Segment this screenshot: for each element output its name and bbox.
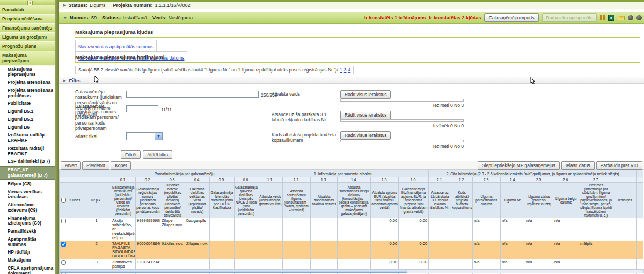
sidebar-item-esf-dal-bnieki-b-7[interactable]: ESF dalībnieki (B 7) <box>0 158 55 166</box>
warning-ref-link-1[interactable]: 1 <box>340 67 342 73</box>
sidebar-item-eraf-kf-galasa-m-ji-b-7[interactable]: ERAF_KF galasaņēmēji (B 7) <box>0 166 55 181</box>
cell-c16: 0.00 <box>399 259 429 270</box>
column-number: 1.3. <box>311 177 338 183</box>
cell-err <box>68 259 82 270</box>
open-button[interactable]: Atvērt <box>61 161 81 170</box>
column-title-c25: Līguma status (procesā/ izpildīts/ lauzt… <box>525 183 553 218</box>
sidebar-subitems: Maksājuma pieprasījumsProjekta īstenošan… <box>0 66 55 274</box>
table-row[interactable]: 2'MĀLPILS PAGASTA SIDGUNDAS BIBLIOTĒKA'9… <box>60 241 643 259</box>
sidebar-item-maks-juma-piepras-jums[interactable]: Maksājuma pieprasījums <box>0 66 55 79</box>
column-title-c05: Galasaņēmēja īstenotās darbības joma pēc… <box>210 183 235 218</box>
sidebar-item-pamatl-dzek-i[interactable]: Pamatlīdzekļi <box>0 228 55 236</box>
sidebar-item-publicit-te[interactable]: Publicitāte <box>0 100 55 108</box>
sidebar-section-pamatdati[interactable]: Pamatdati <box>0 5 55 15</box>
project-number-label: Projekta numurs: <box>113 3 152 8</box>
filter-group-listbox[interactable] <box>340 119 464 122</box>
row-checkbox[interactable] <box>61 219 66 223</box>
filter-expand-icon[interactable]: ▶ <box>63 78 66 83</box>
collapse-arrow-icon[interactable]: ▼ <box>63 16 67 20</box>
sidebar-item-l-gumi-b6[interactable]: Līgumi B6 <box>0 124 55 132</box>
recipient-name-input[interactable] <box>126 91 259 98</box>
sidebar-collapse-icon[interactable]: « <box>27 1 33 5</box>
filter-group-listbox[interactable] <box>340 140 464 142</box>
group-header-2: 2. Cita informācija (2.3.- 2.6 kolonnās … <box>429 170 637 177</box>
payment-request-bar[interactable]: ▼ Numurs: 59 Statuss: Izskatīšanā Veids:… <box>59 12 644 24</box>
recipient-reg-input[interactable] <box>126 105 158 112</box>
column-number: 0.6. <box>235 177 258 183</box>
column-title-c24: Līguma Nr. <box>501 183 525 218</box>
sidebar-item-apstiprin-t-s-summas[interactable]: Apstiprinātās summas <box>0 235 55 249</box>
filter-section-header[interactable]: ▶ Filtrs <box>59 77 644 84</box>
scrollbar-thumb[interactable] <box>60 270 407 273</box>
sidebar-item-projekta-steno-anas-probl-mas[interactable]: Projekta īstenošanas problēmas <box>0 86 55 100</box>
minimize-icon[interactable]: – <box>628 15 633 20</box>
cell-nr: 2 <box>82 241 111 259</box>
expand-arrow-icon[interactable]: ▶ <box>63 3 66 8</box>
sidebar: « PamatdatiProjekta vērtēšanaFinansējuma… <box>0 0 55 274</box>
warning-ref-link-4[interactable]: 4 <box>348 67 351 73</box>
check-vid-button[interactable]: Pārbaudīt pret VID <box>596 161 642 170</box>
row-checkbox[interactable] <box>61 242 66 247</box>
cell-c11 <box>258 259 283 270</box>
sidebar-item-l-gumi-b5-1[interactable]: Līgumi B5.1 <box>0 108 55 116</box>
email-icon[interactable] <box>618 16 625 20</box>
select-only-dropdown[interactable]: ▼ <box>126 132 163 140</box>
sidebar-item-projekta-steno-ana[interactable]: Projekta īstenošana <box>0 79 55 87</box>
copy-button[interactable]: Kopēt <box>111 161 131 170</box>
show-all-records-button[interactable]: Rādīt visus ierakstus <box>340 131 391 140</box>
cell-cb <box>60 259 68 270</box>
sidebar-section-finans-juma-sa-m-js[interactable]: Finansējuma saņēmējs <box>0 24 55 33</box>
cell-c27 <box>579 218 613 241</box>
select-all-checkbox[interactable] <box>61 198 66 203</box>
clear-filter-button[interactable]: Attīrīt filtru <box>143 150 172 159</box>
column-title-c02: Galasaņēmēja reģistrācijas numurs juridi… <box>136 183 160 218</box>
filter-group-listbox[interactable] <box>340 99 464 102</box>
project-status-bar[interactable]: ▶ Statuss: Līgums Projekta numurs: 1.1.1… <box>59 2 644 9</box>
sidebar-item-rezult-ta-rad-t-ji-eraf-kf[interactable]: Rezultāta radītāji ERAF/KF <box>0 145 55 158</box>
cell-filler <box>637 218 643 241</box>
column-number <box>613 177 637 183</box>
column-title-c01: Galasaņēmēja nosaukums (juridiskām perso… <box>111 183 136 218</box>
sidebar-item-vienas-vien-bas-izmaksas[interactable]: Vienas vienības izmaksas <box>0 188 55 201</box>
cell-izm <box>613 259 637 270</box>
sidebar-item-r-ini-c8[interactable]: Rēķini (C8) <box>0 180 55 188</box>
add-button[interactable]: Pievienot <box>82 161 109 170</box>
sidebar-item-attiecin-mie-izdevumi-c9[interactable]: Attiecināmie izdevumi (C9) <box>0 201 55 215</box>
warning-ref-link-3[interactable]: 3 <box>344 67 347 73</box>
row-checkbox[interactable] <box>61 260 66 265</box>
hide-previous-mp-button[interactable]: Slēpt iepriekšējo MP galasaņēmējus <box>478 161 560 170</box>
error-link-nav-izveidotas-apsti[interactable]: Nav izveidotas apstiprinātās summas <box>78 44 153 49</box>
sidebar-section-progno-u-pl-ns[interactable]: Prognožu plāns <box>0 42 55 51</box>
import-recipients-button[interactable]: Galasaņēmēju imports <box>484 13 538 22</box>
table-head: Pamatinformācija par galasaņēmēju1. Info… <box>60 170 643 218</box>
sidebar-section-l-gums-un-groz-jumi[interactable]: Līgums un grozījumi <box>0 33 55 42</box>
horizontal-scrollbar[interactable] <box>59 269 644 273</box>
show-all-records-button[interactable]: Rādīt visus ierakstus <box>340 111 391 119</box>
sidebar-splitter[interactable] <box>55 0 59 274</box>
excel-export-icon[interactable]: X <box>608 15 614 21</box>
column-number: 2.1. <box>429 177 451 183</box>
collapse-all-icon[interactable]: – <box>636 15 642 20</box>
show-all-records-button[interactable]: Rādīt visus ierakstus <box>340 90 391 99</box>
table-row[interactable]: 3Zimbabves panijas123124123410.000.00n/a… <box>60 259 643 270</box>
table-row[interactable]: 1Akciju sabiedrība, ar neeksistējošu reģ… <box>60 218 643 241</box>
column-title-c12: Atbalsta saņemšanas ilgums (konsultācijā… <box>283 183 311 218</box>
pause-icon[interactable] <box>600 15 605 20</box>
cell-c13 <box>311 259 338 270</box>
filter-group-label: Atsauce uz šā pārskata 3.1. tabulā iekļa… <box>272 112 337 122</box>
sidebar-section-maks-juma-piepras-jumi[interactable]: Maksājuma pieprasījumi <box>0 51 55 66</box>
sidebar-section-projekta-v-rt-ana[interactable]: Projekta vērtēšana <box>0 15 55 24</box>
filter-group-0: Atbalsta veidsRādīt visus ierakstusIezīm… <box>272 90 475 110</box>
cell-c11 <box>258 218 283 241</box>
sidebar-item-izn-kuma-rad-t-ji-eraf-kf[interactable]: Iznākuma radītāji ERAF/KF <box>0 132 55 145</box>
sidebar-item-l-gumi-b5-2[interactable]: Līgumi B5.2 <box>0 116 55 124</box>
sidebar-item-cfla-apstiprin-juma-dokumenti[interactable]: CFLA apstiprinājuma dokumenti <box>0 264 55 274</box>
sidebar-item-finans-juma-izlietojums-c9[interactable]: Finansējuma izlietojums (C9) <box>0 214 55 228</box>
sidebar-item-hp-r-d-t-ji[interactable]: HP rādītāji <box>0 249 55 257</box>
apply-filter-button[interactable]: Filtrēt <box>121 150 141 159</box>
dropdown-arrow-icon[interactable]: ▼ <box>155 133 162 140</box>
sidebar-item-maks-jumi[interactable]: Maksājumi <box>0 257 55 265</box>
load-data-button[interactable]: Ielasīt datus <box>561 161 595 170</box>
column-number: 0.3. <box>160 177 185 183</box>
cell-c22 <box>451 241 473 259</box>
